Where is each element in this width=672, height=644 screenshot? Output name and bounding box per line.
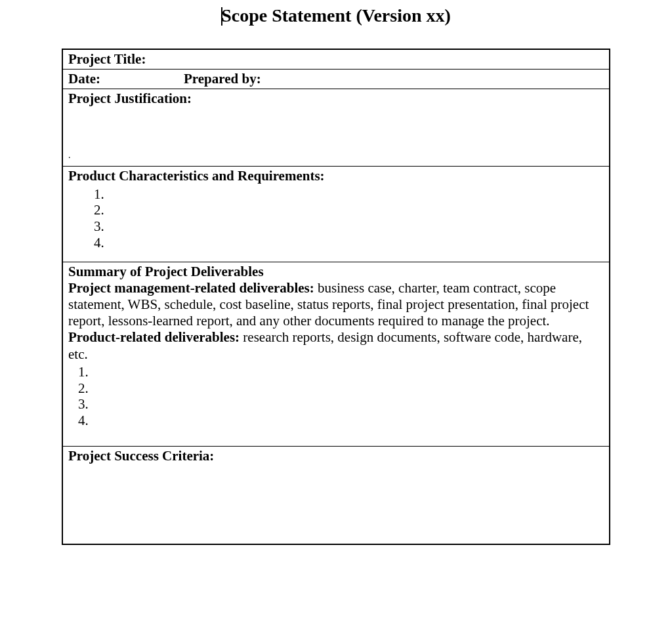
date-prepared-row: Date: Prepared by: bbox=[62, 70, 610, 89]
project-title-row: Project Title: bbox=[62, 49, 610, 70]
project-title-label: Project Title: bbox=[68, 51, 146, 67]
characteristics-row: Product Characteristics and Requirements… bbox=[62, 167, 610, 262]
title-text: Scope Statement (Version xx) bbox=[221, 5, 451, 26]
success-criteria-label: Project Success Criteria: bbox=[68, 448, 604, 464]
list-item bbox=[108, 218, 604, 235]
list-item bbox=[108, 202, 604, 218]
requirements-list bbox=[108, 185, 604, 260]
product-deliverables-label: Product-related deliverables: bbox=[68, 329, 240, 345]
pm-deliverables-block: Project management-related deliverables:… bbox=[68, 280, 604, 330]
list-item bbox=[108, 235, 604, 251]
pm-deliverables-label: Project management-related deliverables: bbox=[68, 280, 314, 296]
justification-row: Project Justification: . bbox=[62, 89, 610, 167]
deliverables-heading: Summary of Project Deliverables bbox=[68, 264, 604, 280]
page-title: Scope Statement (Version xx) bbox=[127, 0, 545, 49]
success-criteria-row: Project Success Criteria: bbox=[62, 446, 610, 544]
justification-label: Project Justification: bbox=[68, 91, 604, 108]
list-item bbox=[92, 413, 604, 429]
product-deliverables-list bbox=[92, 363, 604, 445]
list-item bbox=[108, 186, 604, 203]
date-label: Date: bbox=[68, 71, 184, 87]
characteristics-label: Product Characteristics and Requirements… bbox=[68, 168, 604, 184]
list-item bbox=[92, 380, 604, 397]
dot-marker: . bbox=[68, 151, 604, 160]
list-item bbox=[92, 396, 604, 413]
deliverables-row: Summary of Project Deliverables Project … bbox=[62, 262, 610, 446]
scope-statement-page: Scope Statement (Version xx) Project Tit… bbox=[0, 0, 672, 545]
product-deliverables-block: Product-related deliverables: research r… bbox=[68, 329, 604, 362]
scope-table: Project Title: Date: Prepared by: Projec… bbox=[62, 49, 610, 545]
list-item bbox=[92, 364, 604, 380]
prepared-by-label: Prepared by: bbox=[184, 71, 261, 87]
